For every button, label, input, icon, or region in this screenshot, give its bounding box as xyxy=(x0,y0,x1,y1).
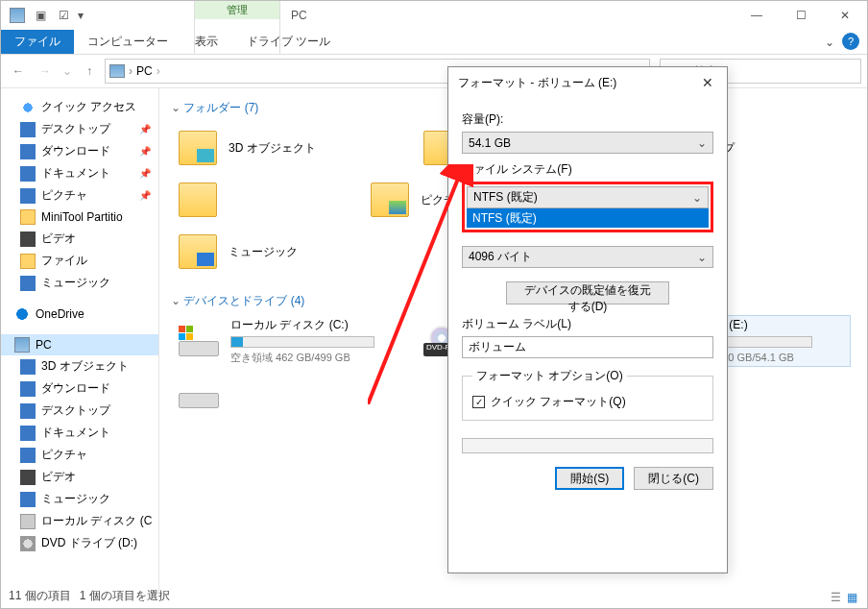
qat-customize[interactable]: ▾ xyxy=(76,9,85,22)
window-title: PC xyxy=(291,9,307,22)
sidebar-documents[interactable]: ドキュメント📌 xyxy=(1,162,158,184)
checkbox-checked-icon: ✓ xyxy=(472,396,485,408)
folder-music[interactable]: ミュージック xyxy=(169,226,414,278)
sidebar-music2[interactable]: ミュージック xyxy=(1,488,158,510)
sidebar-desktop[interactable]: デスクトップ📌 xyxy=(1,118,158,140)
sidebar-pictures[interactable]: ピクチャ📌 xyxy=(1,184,158,207)
drive-partial[interactable] xyxy=(169,367,361,419)
maximize-button[interactable]: ☐ xyxy=(779,1,823,30)
ribbon-expand-icon[interactable]: ⌄ xyxy=(825,36,834,49)
back-button[interactable]: ← xyxy=(7,60,30,83)
view-details-icon[interactable]: ☰ xyxy=(831,591,841,604)
format-options-group: フォーマット オプション(O) ✓ クイック フォーマット(Q) xyxy=(462,368,713,421)
sidebar-pictures2[interactable]: ピクチャ xyxy=(1,444,158,466)
sidebar-file[interactable]: ファイル xyxy=(1,250,158,272)
disk-icon xyxy=(179,326,219,356)
dialog-title: フォーマット - ボリューム (E:) xyxy=(458,75,616,91)
capacity-combo[interactable]: 54.1 GB xyxy=(462,132,713,154)
minimize-button[interactable]: — xyxy=(735,1,779,30)
sidebar-quick-access[interactable]: クイック アクセス xyxy=(1,96,158,118)
address-location[interactable]: PC xyxy=(136,64,153,78)
pin-icon: 📌 xyxy=(139,168,151,179)
sidebar-music[interactable]: ミュージック xyxy=(1,272,158,294)
address-chevron[interactable]: › xyxy=(129,64,133,78)
recent-locations[interactable]: ⌄ xyxy=(60,60,74,83)
folder-icon xyxy=(7,5,28,26)
disk-icon xyxy=(179,378,219,408)
sidebar-desktop2[interactable]: デスクトップ xyxy=(1,400,158,422)
sidebar-localdisk-c[interactable]: ローカル ディスク (C xyxy=(1,510,158,532)
address-chevron2[interactable]: › xyxy=(157,64,160,78)
folder-partial2[interactable] xyxy=(169,174,361,226)
drive-c[interactable]: ローカル ディスク (C:)空き領域 462 GB/499 GB xyxy=(169,315,414,367)
ribbon-context-header: 管理 xyxy=(195,1,279,19)
restore-defaults-button[interactable]: デバイスの既定値を復元する(D) xyxy=(506,281,669,304)
qat-properties[interactable]: ▣ xyxy=(30,5,51,26)
sidebar-onedrive[interactable]: OneDrive xyxy=(1,304,158,325)
allocation-combo[interactable]: 4096 バイト xyxy=(462,246,713,268)
dialog-close-button[interactable]: ✕ xyxy=(698,75,717,90)
volume-label-input[interactable] xyxy=(462,336,713,358)
up-button[interactable]: ↑ xyxy=(78,60,101,83)
forward-button[interactable]: → xyxy=(34,60,57,83)
pc-icon xyxy=(109,64,125,78)
close-button[interactable]: ✕ xyxy=(823,1,867,30)
start-button[interactable]: 開始(S) xyxy=(555,467,624,490)
filesystem-label: ファイル システム(F) xyxy=(462,161,713,178)
format-options-legend: フォーマット オプション(O) xyxy=(472,368,627,384)
quick-format-checkbox[interactable]: ✓ クイック フォーマット(Q) xyxy=(472,394,703,410)
sidebar-downloads[interactable]: ダウンロード📌 xyxy=(1,140,158,162)
help-button[interactable]: ? xyxy=(842,33,859,50)
sidebar-3d[interactable]: 3D オブジェクト xyxy=(1,355,158,378)
progress-bar xyxy=(462,438,713,453)
tab-file[interactable]: ファイル xyxy=(1,30,74,54)
pin-icon: 📌 xyxy=(139,146,151,157)
pin-icon: 📌 xyxy=(139,124,151,134)
close-button[interactable]: 閉じる(C) xyxy=(634,467,713,490)
sidebar-pc[interactable]: PC xyxy=(1,334,158,355)
sidebar-video2[interactable]: ビデオ xyxy=(1,466,158,488)
sidebar-minitool[interactable]: MiniTool Partitio xyxy=(1,207,158,228)
format-dialog: フォーマット - ボリューム (E:) ✕ 容量(P): 54.1 GB ファイ… xyxy=(447,66,728,573)
volume-label-label: ボリューム ラベル(L) xyxy=(462,316,713,332)
pin-icon: 📌 xyxy=(139,190,151,201)
sidebar-video[interactable]: ビデオ xyxy=(1,228,158,250)
sidebar-dvd-d[interactable]: DVD ドライブ (D:) xyxy=(1,532,158,554)
filesystem-combo[interactable]: NTFS (既定) xyxy=(467,186,709,208)
highlight-box: NTFS (既定) NTFS (既定) xyxy=(462,182,713,232)
filesystem-option-ntfs[interactable]: NTFS (既定) xyxy=(467,208,709,228)
sidebar-documents2[interactable]: ドキュメント xyxy=(1,422,158,444)
tab-computer[interactable]: コンピューター xyxy=(74,30,181,54)
qat-checkbox[interactable]: ☑ xyxy=(53,5,74,26)
folder-3d[interactable]: 3D オブジェクト xyxy=(169,122,414,174)
sidebar-downloads2[interactable]: ダウンロード xyxy=(1,378,158,400)
capacity-label: 容量(P): xyxy=(462,111,713,128)
view-large-icon[interactable]: ▦ xyxy=(847,591,857,604)
status-bar: 11 個の項目 1 個の項目を選択 xyxy=(9,588,170,604)
